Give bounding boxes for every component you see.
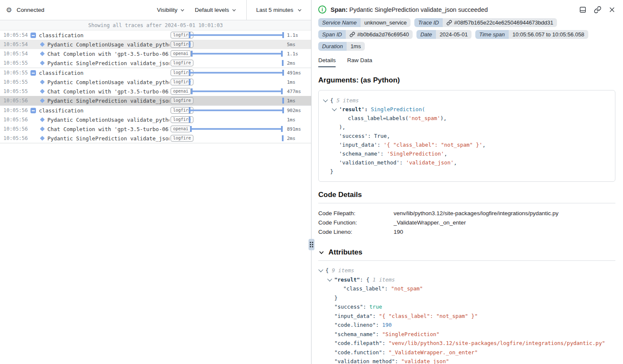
gear-icon[interactable]: ⚙ bbox=[6, 7, 12, 14]
code-line: "code.lineno": 190 bbox=[318, 320, 615, 330]
trace-timestamp: 10:05:55 bbox=[3, 60, 28, 66]
code-token: 9 items bbox=[332, 266, 354, 275]
dock-panel-icon[interactable] bbox=[579, 6, 587, 14]
trace-name: Pydantic SinglePrediction validate_json bbox=[47, 135, 169, 142]
trace-row[interactable]: 10:05:55Chat Completion with 'gpt-3.5-tu… bbox=[0, 87, 311, 96]
default-levels-dropdown-label: Default levels bbox=[195, 7, 229, 13]
code-detail-row: Code Lineno:190 bbox=[318, 227, 615, 237]
metadata-badge-value: #08f57b165e22c4e625046944673bdd31 bbox=[443, 18, 557, 27]
trace-row[interactable]: 10:05:54Pydantic CompletionUsage validat… bbox=[0, 40, 311, 49]
duration-tick bbox=[189, 117, 190, 123]
span-diamond-icon bbox=[40, 117, 44, 122]
code-line: } bbox=[318, 293, 615, 303]
trace-row[interactable]: 10:05:54Chat Completion with 'gpt-3.5-tu… bbox=[0, 49, 311, 58]
metadata-badge-value-text: 10:05:56.057 to 10:05:56.058 bbox=[513, 31, 584, 38]
chevron-down-icon[interactable] bbox=[332, 106, 336, 111]
duration-label: 477ms bbox=[287, 89, 301, 94]
trace-row[interactable]: 10:05:56Pydantic CompletionUsage validat… bbox=[0, 115, 311, 124]
span-diamond-icon bbox=[40, 89, 44, 93]
trace-timestamp: 10:05:56 bbox=[3, 126, 28, 132]
span-detail-header: i Span:Pydantic SinglePrediction validat… bbox=[312, 0, 623, 17]
duration-tick bbox=[282, 135, 284, 141]
duration-tick bbox=[189, 79, 190, 85]
code-token: '{ "class_label": "not_spam" }' bbox=[383, 140, 482, 149]
span-detail-tabs: DetailsRaw Data bbox=[312, 51, 623, 67]
default-levels-dropdown[interactable]: Default levels bbox=[195, 0, 236, 20]
trace-row[interactable]: 10:05:56Pydantic SinglePrediction valida… bbox=[0, 134, 311, 143]
attributes-heading: Attributes bbox=[328, 248, 362, 257]
divider bbox=[318, 260, 615, 261]
trace-row[interactable]: 10:05:55classificationlogfire491ms bbox=[0, 68, 311, 77]
code-detail-row: Code Function:_ValidateWrapper._on_enter bbox=[318, 218, 615, 227]
span-diamond-icon bbox=[40, 60, 44, 65]
trace-row[interactable]: 10:05:55Pydantic CompletionUsage validat… bbox=[0, 77, 311, 87]
code-token: "not_spam" bbox=[391, 284, 423, 293]
duration-timeline bbox=[189, 87, 284, 96]
trace-timestamp: 10:05:56 bbox=[3, 135, 28, 141]
duration-label: 1.1s bbox=[287, 51, 298, 57]
trace-row[interactable]: 10:05:56classificationlogfire902ms bbox=[0, 106, 311, 115]
trace-timestamp: 10:05:55 bbox=[3, 88, 28, 94]
code-token: "_ValidateWrapper._on_enter" bbox=[389, 348, 478, 357]
metadata-badge: Time span10:05:56.057 to 10:05:56.058 bbox=[475, 30, 588, 39]
collapse-toggle-icon[interactable] bbox=[30, 108, 36, 113]
info-icon: i bbox=[318, 5, 326, 14]
code-line: 'input_data': '{ "class_label": "not_spa… bbox=[323, 140, 611, 149]
duration-label: 1ms bbox=[287, 117, 295, 123]
close-icon[interactable] bbox=[609, 6, 615, 13]
trace-list: 10:05:54classificationlogfire1.1s10:05:5… bbox=[0, 30, 311, 364]
trace-name: classification bbox=[39, 70, 83, 76]
handle-dot bbox=[310, 244, 311, 245]
code-line: "code.function": "_ValidateWrapper._on_e… bbox=[318, 348, 615, 357]
chevron-down-icon bbox=[180, 8, 185, 12]
metadata-badge-value-text: 1ms bbox=[350, 43, 361, 49]
chevron-down-icon bbox=[298, 8, 302, 12]
code-token: "success": bbox=[334, 302, 369, 312]
metadata-badge-label: Trace ID bbox=[414, 18, 443, 27]
metadata-badge-label: Service Name bbox=[318, 18, 361, 27]
code-token: , bbox=[444, 149, 447, 158]
metadata-badge[interactable]: Span ID#b0b6da2d76c69540 bbox=[318, 30, 413, 39]
duration-label: 1ms bbox=[287, 98, 295, 104]
trace-timestamp: 10:05:55 bbox=[3, 79, 28, 85]
trace-name: classification bbox=[39, 107, 83, 114]
metadata-badge-value-text: #b0b6da2d76c69540 bbox=[357, 31, 409, 38]
span-title-text: Pydantic SinglePrediction validate_json … bbox=[349, 6, 488, 13]
chevron-down-icon[interactable] bbox=[327, 276, 332, 281]
code-token: "code.filepath": bbox=[334, 339, 389, 348]
attributes-header[interactable]: Attributes bbox=[318, 248, 615, 257]
code-token: "{ "class_label": "not_spam" }" bbox=[379, 312, 477, 321]
tab-details[interactable]: Details bbox=[318, 57, 336, 67]
tab-raw-data[interactable]: Raw Data bbox=[347, 57, 372, 67]
panel-resize-handle[interactable] bbox=[309, 239, 314, 250]
trace-row[interactable]: 10:05:54classificationlogfire1.1s bbox=[0, 30, 311, 40]
metadata-badge: Date2024-05-01 bbox=[416, 30, 471, 39]
code-detail-value: _ValidateWrapper._on_enter bbox=[394, 218, 466, 227]
duration-timeline bbox=[189, 106, 284, 115]
duration-label: 2ms bbox=[287, 60, 295, 66]
copy-link-icon[interactable] bbox=[594, 6, 601, 14]
duration-label: 902ms bbox=[287, 108, 301, 113]
code-line: 'validation_method': 'validate_json', bbox=[323, 158, 611, 167]
code-line: { 9 items bbox=[318, 266, 615, 275]
code-line: "schema_name": "SinglePrediction" bbox=[318, 330, 615, 339]
chevron-down-icon[interactable] bbox=[318, 268, 323, 272]
visibility-dropdown[interactable]: Visibility bbox=[157, 0, 185, 20]
collapse-toggle-icon[interactable] bbox=[30, 70, 36, 76]
chevron-down-icon[interactable] bbox=[323, 97, 328, 102]
code-token: "validate_json" bbox=[401, 357, 449, 364]
collapse-toggle-icon[interactable] bbox=[30, 33, 36, 38]
trace-row[interactable]: 10:05:55Pydantic SinglePrediction valida… bbox=[0, 58, 311, 68]
duration-timeline bbox=[189, 49, 284, 58]
metadata-badge-value: unknown_service bbox=[361, 18, 411, 27]
metadata-badge[interactable]: Trace ID#08f57b165e22c4e625046944673bdd3… bbox=[414, 18, 557, 27]
trace-group: 10:05:56classificationlogfire902ms10:05:… bbox=[0, 106, 311, 143]
metadata-badge-label: Span ID bbox=[318, 30, 346, 39]
trace-row[interactable]: 10:05:56Chat Completion with 'gpt-3.5-tu… bbox=[0, 124, 311, 134]
trace-timestamp: 10:05:54 bbox=[3, 32, 28, 38]
duration-bar bbox=[190, 126, 283, 132]
time-range-dropdown[interactable]: Last 5 minutes bbox=[246, 0, 311, 20]
visibility-dropdown-label: Visibility bbox=[157, 7, 178, 13]
trace-name: Pydantic CompletionUsage validate_python bbox=[47, 79, 169, 85]
trace-row[interactable]: 10:05:56Pydantic SinglePrediction valida… bbox=[0, 96, 311, 105]
